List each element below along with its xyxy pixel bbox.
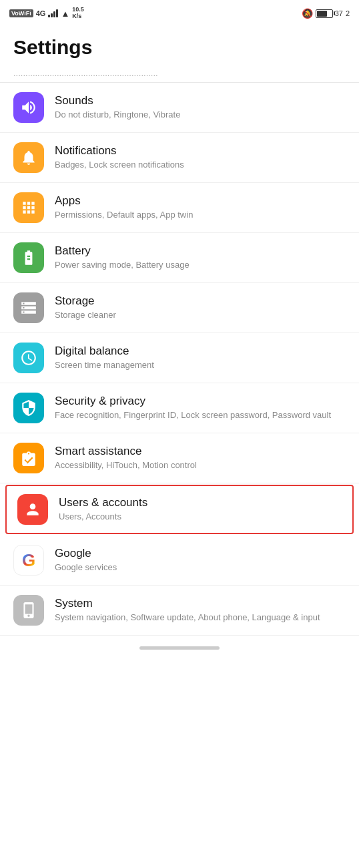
google-text: Google Google services [55, 547, 346, 574]
settings-item-apps[interactable]: Apps Permissions, Default apps, App twin [0, 183, 359, 233]
digital-balance-icon [20, 349, 37, 367]
signal-bar-2 [51, 13, 53, 17]
smart-assistance-subtitle: Accessibility, HiTouch, Motion control [55, 459, 346, 471]
security-icon [20, 399, 37, 417]
signal-bars [48, 9, 58, 17]
network-type: 4G [36, 9, 46, 17]
settings-item-notifications[interactable]: Notifications Badges, Lock screen notifi… [0, 133, 359, 183]
sounds-icon-wrapper [13, 92, 44, 123]
signal-bar-3 [53, 11, 55, 17]
system-icon [20, 602, 37, 619]
sounds-title: Sounds [55, 94, 346, 107]
apps-text: Apps Permissions, Default apps, App twin [55, 194, 346, 221]
google-icon-wrapper: G [13, 545, 44, 576]
apps-title: Apps [55, 194, 346, 208]
users-accounts-subtitle: Users, Accounts [59, 511, 342, 523]
settings-list: Sounds Do not disturb, Ringtone, Vibrate… [0, 83, 359, 636]
notifications-title: Notifications [55, 144, 346, 158]
page-title: Settings [13, 36, 346, 59]
alarm-icon: 🔕 [302, 8, 313, 19]
notifications-icon-wrapper [13, 142, 44, 173]
battery-icon-wrapper [13, 242, 44, 273]
sounds-text: Sounds Do not disturb, Ringtone, Vibrate [55, 94, 346, 121]
digital-balance-subtitle: Screen time management [55, 359, 346, 371]
google-subtitle: Google services [55, 562, 346, 574]
users-accounts-text: Users & accounts Users, Accounts [59, 496, 342, 523]
digital-balance-text: Digital balance Screen time management [55, 345, 346, 371]
battery-subtitle: Power saving mode, Battery usage [55, 259, 346, 271]
digital-balance-title: Digital balance [55, 345, 346, 358]
settings-item-sounds[interactable]: Sounds Do not disturb, Ringtone, Vibrate [0, 83, 359, 133]
security-subtitle: Face recognition, Fingerprint ID, Lock s… [55, 409, 346, 421]
google-title: Google [55, 547, 346, 560]
signal-strength-text: 2 [346, 9, 350, 17]
system-text: System System navigation, Software updat… [55, 597, 346, 624]
vowifi-badge: VoWiFi [9, 9, 33, 17]
storage-subtitle: Storage cleaner [55, 309, 346, 321]
battery-level-icon [316, 9, 333, 18]
storage-icon [20, 299, 37, 316]
smart-assistance-icon-wrapper [13, 443, 44, 473]
signal-bar-1 [48, 15, 50, 17]
smart-assistance-icon [20, 449, 37, 467]
smart-assistance-title: Smart assistance [55, 445, 346, 458]
security-text: Security & privacy Face recognition, Fin… [55, 395, 346, 421]
security-icon-wrapper [13, 393, 44, 423]
battery-level-text: 37 [335, 9, 343, 17]
battery-settings-icon [20, 249, 37, 266]
speed-text: 10.5K/s [72, 7, 84, 20]
battery-container: 37 [316, 9, 343, 18]
sounds-subtitle: Do not disturb, Ringtone, Vibrate [55, 109, 346, 121]
settings-item-storage[interactable]: Storage Storage cleaner [0, 283, 359, 333]
digital-balance-icon-wrapper [13, 343, 44, 373]
home-indicator [0, 636, 359, 663]
system-subtitle: System navigation, Software update, Abou… [55, 612, 346, 624]
notification-icon [20, 149, 37, 166]
sound-icon [20, 99, 37, 116]
users-accounts-icon [24, 501, 41, 518]
status-right: 🔕 37 2 [302, 8, 350, 19]
apps-subtitle: Permissions, Default apps, App twin [55, 209, 346, 221]
system-title: System [55, 597, 346, 610]
settings-item-users-accounts[interactable]: Users & accounts Users, Accounts [5, 485, 354, 534]
signal-bar-4 [56, 9, 58, 17]
storage-text: Storage Storage cleaner [55, 294, 346, 321]
status-left: VoWiFi 4G ▲ 10.5K/s [9, 7, 84, 20]
notifications-subtitle: Badges, Lock screen notifications [55, 159, 346, 171]
users-accounts-icon-wrapper [17, 494, 48, 525]
google-icon: G [22, 550, 35, 571]
battery-text: Battery Power saving mode, Battery usage [55, 244, 346, 271]
users-accounts-title: Users & accounts [59, 496, 342, 509]
settings-item-google[interactable]: G Google Google services [0, 535, 359, 586]
storage-title: Storage [55, 294, 346, 308]
wifi-icon: ▲ [61, 9, 69, 19]
security-title: Security & privacy [55, 395, 346, 408]
settings-item-smart-assistance[interactable]: Smart assistance Accessibility, HiTouch,… [0, 433, 359, 483]
storage-icon-wrapper [13, 292, 44, 323]
partial-item: ........................................… [0, 64, 359, 83]
battery-title: Battery [55, 244, 346, 258]
apps-icon-wrapper [13, 192, 44, 223]
settings-item-battery[interactable]: Battery Power saving mode, Battery usage [0, 233, 359, 283]
status-bar: VoWiFi 4G ▲ 10.5K/s 🔕 37 2 [0, 0, 359, 27]
settings-item-system[interactable]: System System navigation, Software updat… [0, 586, 359, 636]
settings-item-security[interactable]: Security & privacy Face recognition, Fin… [0, 383, 359, 433]
page-title-section: Settings [0, 27, 359, 64]
system-icon-wrapper [13, 595, 44, 626]
notifications-text: Notifications Badges, Lock screen notifi… [55, 144, 346, 171]
apps-icon [20, 199, 37, 216]
smart-assistance-text: Smart assistance Accessibility, HiTouch,… [55, 445, 346, 471]
settings-item-digital-balance[interactable]: Digital balance Screen time management [0, 333, 359, 383]
home-bar [139, 646, 220, 650]
